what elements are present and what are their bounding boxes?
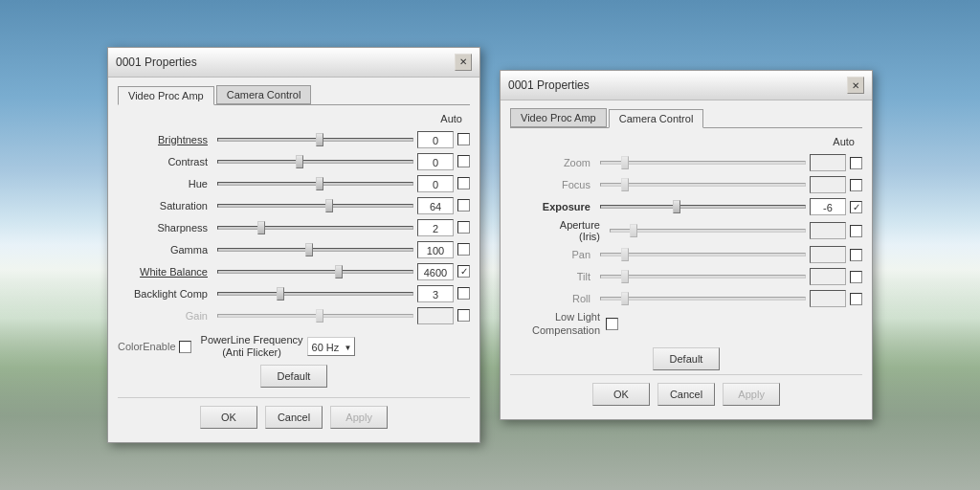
cancel-button-right[interactable]: Cancel: [657, 383, 715, 406]
hue-row: Hue 0: [118, 174, 470, 193]
powerline-label: PowerLine Frequency(Anti Flicker): [201, 334, 303, 359]
contrast-row: Contrast 0: [118, 152, 470, 171]
gain-slider: [217, 314, 413, 318]
tilt-auto[interactable]: [850, 271, 862, 283]
tab-camera-control-left[interactable]: Camera Control: [216, 85, 312, 104]
auto-header-left: Auto: [118, 113, 470, 124]
sharpness-label: Sharpness: [118, 222, 213, 234]
auto-header-right: Auto: [510, 136, 862, 147]
hue-label: Hue: [118, 178, 213, 189]
gain-label: Gain: [118, 310, 213, 322]
tilt-label: Tilt: [510, 271, 596, 282]
tab-camera-control-right[interactable]: Camera Control: [609, 109, 704, 128]
pan-row: Pan: [510, 245, 862, 264]
zoom-label: Zoom: [510, 157, 596, 168]
roll-row: Roll: [510, 289, 862, 308]
pan-value: [810, 246, 846, 263]
saturation-row: Saturation 64: [118, 196, 470, 215]
exposure-auto[interactable]: [850, 201, 862, 213]
contrast-slider[interactable]: [217, 160, 413, 164]
aperture-label-sub: (Iris): [579, 231, 600, 242]
dialog-right-body: Video Proc Amp Camera Control Auto Zoom: [501, 100, 872, 419]
sharpness-row: Sharpness 2: [118, 218, 470, 237]
color-enable-label: ColorEnable: [118, 341, 176, 352]
dialog-right: 0001 Properties ✕ Video Proc Amp Camera …: [500, 70, 873, 420]
roll-auto[interactable]: [850, 293, 862, 305]
sharpness-value[interactable]: 2: [417, 219, 454, 236]
dialogs-container: 0001 Properties ✕ Video Proc Amp Camera …: [0, 0, 980, 490]
low-light-label: Low LightCompensation: [532, 311, 600, 335]
apply-button-left[interactable]: Apply: [330, 406, 388, 429]
close-button-left[interactable]: ✕: [455, 54, 472, 71]
dialog-right-title: 0001 Properties: [508, 78, 590, 92]
zoom-auto[interactable]: [850, 157, 862, 169]
close-button-right[interactable]: ✕: [847, 77, 864, 94]
brightness-value[interactable]: 0: [417, 131, 454, 148]
white-balance-value[interactable]: 4600: [417, 263, 454, 280]
saturation-slider[interactable]: [217, 204, 413, 208]
default-button-right[interactable]: Default: [653, 347, 720, 370]
ok-button-right[interactable]: OK: [592, 383, 650, 406]
brightness-auto[interactable]: [457, 133, 470, 145]
tab-video-proc-amp-left[interactable]: Video Proc Amp: [118, 86, 214, 105]
roll-value: [810, 290, 846, 307]
low-light-checkbox[interactable]: [606, 318, 618, 330]
brightness-label: Brightness: [118, 134, 213, 145]
saturation-auto[interactable]: [457, 199, 470, 212]
backlight-comp-auto[interactable]: [457, 287, 470, 300]
ok-button-left[interactable]: OK: [200, 406, 257, 429]
apply-button-right[interactable]: Apply: [723, 383, 780, 406]
powerline-row: PowerLine Frequency(Anti Flicker) 60 Hz: [201, 334, 470, 359]
backlight-comp-value[interactable]: 3: [417, 285, 454, 302]
white-balance-slider[interactable]: [217, 270, 413, 274]
gain-value: [417, 307, 454, 324]
powerline-dropdown[interactable]: 60 Hz: [307, 337, 356, 356]
pan-label: Pan: [510, 249, 596, 260]
white-balance-auto[interactable]: [457, 265, 470, 278]
tab-video-proc-amp-right[interactable]: Video Proc Amp: [510, 108, 607, 127]
gamma-value[interactable]: 100: [417, 241, 454, 258]
controls-area-left: Brightness 0 Contrast 0: [118, 126, 470, 332]
backlight-comp-slider[interactable]: [217, 292, 413, 296]
zoom-value: [810, 154, 846, 171]
exposure-value[interactable]: -6: [810, 198, 846, 215]
aperture-row: Aperture (Iris): [510, 219, 862, 242]
color-enable-checkbox[interactable]: [179, 341, 191, 353]
focus-value: [810, 176, 846, 193]
low-light-row: Low LightCompensation: [510, 311, 862, 336]
white-balance-label: White Balance: [118, 266, 213, 278]
gamma-slider[interactable]: [217, 248, 413, 252]
pan-auto[interactable]: [850, 249, 862, 261]
tabs-left: Video Proc Amp Camera Control: [118, 85, 470, 105]
tilt-slider: [600, 275, 806, 278]
brightness-slider[interactable]: [217, 138, 413, 142]
hue-auto[interactable]: [457, 177, 470, 189]
tilt-value: [810, 268, 846, 285]
controls-area-right: Zoom Focus: [510, 149, 862, 344]
contrast-auto[interactable]: [457, 155, 470, 167]
zoom-slider: [600, 161, 806, 165]
focus-auto[interactable]: [850, 179, 862, 191]
dialog-buttons-left: OK Cancel Apply: [118, 397, 470, 434]
gain-auto[interactable]: [457, 309, 470, 322]
aperture-value: [810, 222, 846, 239]
focus-slider: [600, 183, 806, 187]
gamma-auto[interactable]: [457, 243, 470, 256]
cancel-button-left[interactable]: Cancel: [265, 406, 323, 429]
dialog-left-title: 0001 Properties: [116, 56, 197, 69]
saturation-value[interactable]: 64: [417, 197, 454, 214]
gamma-row: Gamma 100: [118, 240, 470, 259]
aperture-auto[interactable]: [850, 225, 862, 237]
exposure-slider[interactable]: [600, 205, 806, 209]
hue-slider[interactable]: [217, 182, 413, 186]
dialog-buttons-right: OK Cancel Apply: [510, 374, 862, 412]
hue-value[interactable]: 0: [417, 175, 454, 192]
tabs-right: Video Proc Amp Camera Control: [510, 108, 862, 128]
aperture-label-main: Aperture: [560, 219, 600, 231]
sharpness-slider[interactable]: [217, 226, 413, 230]
pan-slider: [600, 253, 806, 256]
contrast-value[interactable]: 0: [417, 153, 454, 170]
dialog-left-body: Video Proc Amp Camera Control Auto Brigh…: [108, 78, 479, 442]
sharpness-auto[interactable]: [457, 221, 470, 234]
default-button-left[interactable]: Default: [260, 365, 327, 388]
